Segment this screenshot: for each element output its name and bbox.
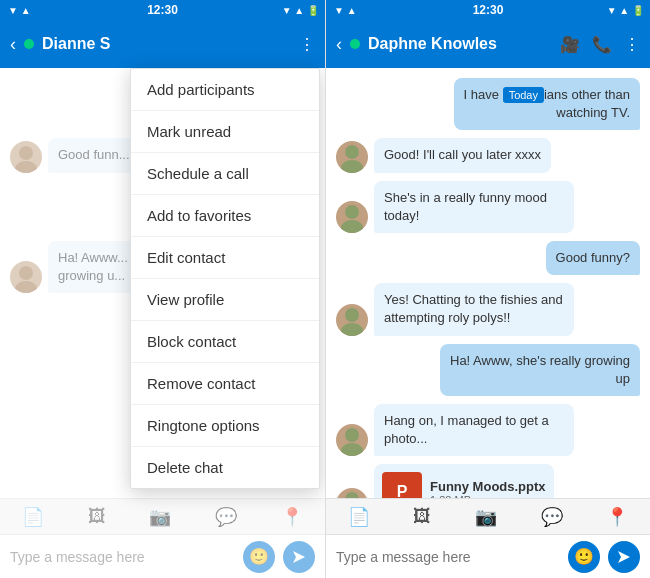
svg-point-9 <box>345 308 359 322</box>
right-msg-1-text: watching TV. <box>556 105 630 120</box>
right-back-button[interactable]: ‹ <box>336 34 342 55</box>
left-online-indicator <box>24 39 34 49</box>
right-contact-name: Daphne Knowles <box>368 35 552 53</box>
right-online-indicator <box>350 39 360 49</box>
right-avatar-4 <box>336 424 368 456</box>
right-msg-4: Good funny? <box>336 241 640 275</box>
right-toolbar-image-icon[interactable]: 🖼 <box>413 506 431 527</box>
right-phone-icon[interactable]: 📞 <box>592 35 612 54</box>
svg-point-7 <box>345 205 359 219</box>
right-chat-body: I have Todayians other than watching TV.… <box>326 68 650 498</box>
left-time: 12:30 <box>147 3 178 17</box>
right-avatar-1 <box>336 141 368 173</box>
left-toolbar-location-icon[interactable]: 📍 <box>281 506 303 528</box>
right-message-input[interactable] <box>336 549 560 565</box>
left-toolbar-chat-icon[interactable]: 💬 <box>215 506 237 528</box>
left-message-input-row: 🙂 <box>0 534 325 578</box>
right-bubble-5: Yes! Chatting to the fishies and attempt… <box>374 283 574 335</box>
left-back-button[interactable]: ‹ <box>10 34 16 55</box>
svg-marker-15 <box>618 551 630 563</box>
svg-point-12 <box>341 443 363 456</box>
menu-block-contact[interactable]: Block contact <box>131 321 319 363</box>
right-avatar-2 <box>336 201 368 233</box>
right-msg-6: Ha! Awww, she's really growing up <box>336 344 640 396</box>
today-label: Today <box>503 87 544 103</box>
right-send-button[interactable] <box>608 541 640 573</box>
left-avatar-2 <box>10 261 42 293</box>
svg-point-6 <box>341 160 363 173</box>
left-more-options-icon[interactable]: ⋮ <box>299 35 315 54</box>
right-bubble-3: She's in a really funny mood today! <box>374 181 574 233</box>
right-toolbar-chat-icon[interactable]: 💬 <box>541 506 563 528</box>
right-video-call-icon[interactable]: 🎥 <box>560 35 580 54</box>
menu-add-favorites[interactable]: Add to favorites <box>131 195 319 237</box>
right-bubble-4: Good funny? <box>546 241 640 275</box>
right-avatar-3 <box>336 304 368 336</box>
svg-point-1 <box>15 161 37 173</box>
left-message-input[interactable] <box>10 549 235 565</box>
menu-delete-chat[interactable]: Delete chat <box>131 447 319 488</box>
context-menu: Add participants Mark unread Schedule a … <box>130 68 320 489</box>
attachment-filename: Funny Moods.pptx <box>430 479 546 494</box>
menu-mark-unread[interactable]: Mark unread <box>131 111 319 153</box>
svg-point-8 <box>341 220 363 233</box>
right-more-options-icon[interactable]: ⋮ <box>624 35 640 54</box>
right-toolbar: 📄 🖼 📷 💬 📍 <box>326 498 650 534</box>
right-avatar-5 <box>336 488 368 498</box>
right-bubble-2: Good! I'll call you later xxxx <box>374 138 551 172</box>
right-message-input-row: 🙂 <box>326 534 650 578</box>
right-time: 12:30 <box>473 3 504 17</box>
left-toolbar-camera-icon[interactable]: 📷 <box>149 506 171 528</box>
left-chat-header: ‹ Dianne S ⋮ <box>0 20 325 68</box>
right-status-bar: ▼ ▲ 12:30 ▼ ▲ 🔋 <box>326 0 650 20</box>
right-msg-5: Yes! Chatting to the fishies and attempt… <box>336 283 640 335</box>
svg-point-11 <box>345 428 359 442</box>
svg-point-2 <box>19 266 33 280</box>
right-toolbar-location-icon[interactable]: 📍 <box>606 506 628 528</box>
right-toolbar-camera-icon[interactable]: 📷 <box>475 506 497 528</box>
right-bubble-7: Hang on, I managed to get a photo... <box>374 404 574 456</box>
svg-marker-4 <box>293 551 305 563</box>
left-status-bar: ▼ ▲ 12:30 ▼ ▲ 🔋 <box>0 0 325 20</box>
left-avatar-1 <box>10 141 42 173</box>
svg-point-3 <box>15 281 37 293</box>
menu-remove-contact[interactable]: Remove contact <box>131 363 319 405</box>
right-msg-1: I have Todayians other than watching TV. <box>336 78 640 130</box>
menu-add-participants[interactable]: Add participants <box>131 69 319 111</box>
left-contact-name: Dianne S <box>42 35 291 53</box>
attachment-bubble[interactable]: P Funny Moods.pptx 1,38 MB <box>374 464 554 498</box>
right-msg-3: She's in a really funny mood today! <box>336 181 640 233</box>
left-emoji-button[interactable]: 🙂 <box>243 541 275 573</box>
right-msg-8: P Funny Moods.pptx 1,38 MB <box>336 464 640 498</box>
menu-ringtone-options[interactable]: Ringtone options <box>131 405 319 447</box>
left-toolbar-image-icon[interactable]: 🖼 <box>88 506 106 527</box>
left-toolbar-file-icon[interactable]: 📄 <box>22 506 44 528</box>
left-toolbar: 📄 🖼 📷 💬 📍 <box>0 498 325 534</box>
menu-schedule-call[interactable]: Schedule a call <box>131 153 319 195</box>
right-chat-header: ‹ Daphne Knowles 🎥 📞 ⋮ <box>326 20 650 68</box>
right-emoji-button[interactable]: 🙂 <box>568 541 600 573</box>
menu-view-profile[interactable]: View profile <box>131 279 319 321</box>
right-msg-7: Hang on, I managed to get a photo... <box>336 404 640 456</box>
right-bubble-6: Ha! Awww, she's really growing up <box>440 344 640 396</box>
left-send-button[interactable] <box>283 541 315 573</box>
svg-point-5 <box>345 145 359 159</box>
svg-point-10 <box>341 323 363 336</box>
svg-point-0 <box>19 146 33 160</box>
right-msg-2: Good! I'll call you later xxxx <box>336 138 640 172</box>
attachment-file-icon: P <box>382 472 422 498</box>
menu-edit-contact[interactable]: Edit contact <box>131 237 319 279</box>
right-toolbar-file-icon[interactable]: 📄 <box>348 506 370 528</box>
